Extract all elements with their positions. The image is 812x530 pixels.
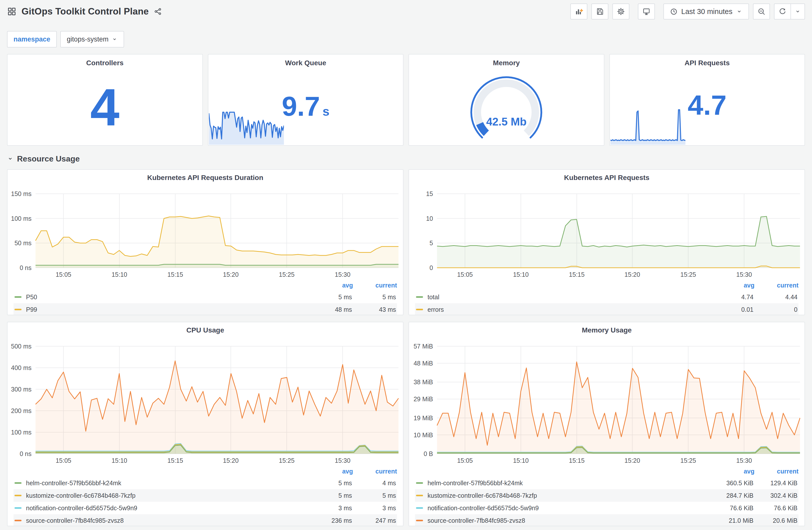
variable-label-namespace[interactable]: namespace (7, 31, 57, 47)
legend-sort-avg[interactable]: avg (717, 468, 754, 475)
series-label[interactable]: source-controller-7fb84fc985-zvsz8 (427, 517, 716, 524)
zoom-out-button[interactable] (753, 3, 770, 19)
memory-usage-chart[interactable]: 15:0515:1015:1515:2015:2515:3057 MiB48 M… (409, 336, 804, 466)
k8s-api-requests-chart[interactable]: 15:0515:1015:1515:2015:2515:30151050 (409, 184, 804, 280)
memory-gauge-value: 42.5 Mb (409, 116, 604, 128)
dashboard-grid-icon[interactable] (7, 7, 16, 16)
time-range-label: Last 30 minutes (681, 8, 733, 16)
clock-icon (670, 8, 678, 15)
series-label[interactable]: kustomize-controller-6c6784b468-7kzfp (427, 492, 716, 499)
series-marker (15, 507, 21, 509)
variable-value-dropdown[interactable]: gitops-system (60, 31, 124, 47)
series-avg: 5 ms (315, 480, 352, 487)
panel-title[interactable]: Kubernetes API Requests Duration (8, 170, 403, 184)
series-label[interactable]: kustomize-controller-6c6784b468-7kzfp (26, 492, 315, 499)
svg-text:15:25: 15:25 (279, 271, 295, 278)
panel-cpu-usage: CPU Usage 15:0515:1015:1515:2015:2515:30… (7, 322, 404, 526)
refresh-button[interactable] (774, 3, 791, 19)
chevron-down-icon (112, 36, 118, 42)
refresh-button-group (774, 3, 805, 19)
panel-memory-usage: Memory Usage 15:0515:1015:1515:2015:2515… (408, 322, 805, 526)
chevron-down-icon (795, 8, 801, 15)
series-label[interactable]: P99 (26, 306, 315, 313)
svg-text:400 ms: 400 ms (11, 364, 31, 371)
series-marker (15, 520, 21, 521)
series-current: 20.6 MiB (753, 517, 797, 524)
tv-mode-button[interactable] (638, 3, 655, 19)
series-label[interactable]: notification-controller-6d56575dc-5w9n9 (26, 504, 315, 512)
series-current: 76.6 KiB (753, 504, 797, 512)
add-panel-button[interactable] (570, 3, 588, 19)
panel-title[interactable]: API Requests (610, 55, 805, 67)
share-icon[interactable] (154, 8, 162, 15)
series-avg: 5 ms (315, 294, 352, 301)
legend-row: helm-controller-57f9b56bbf-k24mk 5 ms 4 … (14, 477, 397, 489)
svg-text:15:20: 15:20 (223, 271, 238, 278)
legend-row: P50 5 ms 5 ms (14, 291, 397, 303)
memory-gauge (454, 74, 559, 146)
svg-text:15:20: 15:20 (624, 271, 640, 278)
series-label[interactable]: helm-controller-57f9b56bbf-k24mk (427, 480, 716, 487)
series-marker (416, 507, 423, 509)
legend-sort-avg[interactable]: avg (316, 282, 353, 289)
legend-sort-current[interactable]: current (754, 282, 798, 289)
svg-text:15:10: 15:10 (513, 271, 529, 278)
legend-sort-current[interactable]: current (754, 468, 798, 475)
svg-text:150 ms: 150 ms (11, 190, 31, 197)
work-queue-unit: s (322, 104, 330, 118)
legend-sort-current[interactable]: current (353, 468, 397, 475)
panel-title[interactable]: Work Queue (208, 55, 403, 67)
svg-text:15:05: 15:05 (56, 457, 71, 464)
section-header-resource-usage[interactable]: Resource Usage (7, 153, 805, 164)
stats-row: Controllers 4 Work Queue 9.7s Memory 42.… (7, 54, 805, 146)
panel-k8s-api-requests: Kubernetes API Requests 15:0515:1015:151… (408, 169, 805, 315)
refresh-interval-dropdown[interactable] (791, 3, 805, 19)
legend-sort-avg[interactable]: avg (316, 468, 353, 475)
svg-text:10 MiB: 10 MiB (414, 431, 433, 439)
dashboard-title: GitOps Toolkit Control Plane (21, 6, 149, 17)
svg-text:15:20: 15:20 (223, 457, 238, 464)
cpu-usage-chart[interactable]: 15:0515:1015:1515:2015:2515:30500 ms400 … (8, 336, 403, 466)
panel-title[interactable]: Memory (409, 55, 604, 67)
series-label[interactable]: notification-controller-6d56575dc-5w9n9 (427, 504, 716, 512)
svg-text:15:05: 15:05 (56, 271, 71, 278)
variable-value: gitops-system (67, 35, 108, 43)
svg-text:15:30: 15:30 (335, 457, 350, 464)
panel-title[interactable]: Controllers (8, 55, 202, 67)
zoom-out-icon (757, 7, 766, 16)
series-marker (416, 309, 423, 310)
dashboard-settings-button[interactable] (612, 3, 629, 19)
series-marker (15, 482, 21, 484)
legend-row: total 4.74 4.44 (415, 291, 798, 303)
series-marker (15, 309, 21, 310)
panel-title[interactable]: Kubernetes API Requests (409, 170, 804, 184)
series-marker (15, 495, 21, 496)
legend-sort-avg[interactable]: avg (717, 282, 754, 289)
series-label[interactable]: total (427, 294, 716, 301)
series-label[interactable]: errors (427, 306, 716, 313)
series-avg: 4.74 (716, 294, 753, 301)
svg-text:15:25: 15:25 (279, 457, 295, 464)
series-marker (416, 495, 423, 496)
controllers-value: 4 (8, 81, 202, 133)
time-range-picker[interactable]: Last 30 minutes (663, 3, 749, 19)
svg-text:15:10: 15:10 (513, 457, 529, 464)
series-label[interactable]: helm-controller-57f9b56bbf-k24mk (26, 480, 315, 487)
legend-sort-current[interactable]: current (353, 282, 397, 289)
svg-text:15:10: 15:10 (112, 457, 127, 464)
series-label[interactable]: source-controller-7fb84fc985-zvsz8 (26, 517, 315, 524)
k8s-api-requests-duration-chart[interactable]: 15:0515:1015:1515:2015:2515:30150 ms100 … (8, 184, 403, 280)
svg-text:15:30: 15:30 (335, 271, 350, 278)
series-marker (416, 482, 423, 484)
panel-title[interactable]: Memory Usage (409, 322, 804, 336)
panel-title[interactable]: CPU Usage (8, 322, 403, 336)
svg-text:0 B: 0 B (423, 450, 433, 457)
section-title: Resource Usage (17, 154, 80, 163)
svg-text:15:30: 15:30 (736, 457, 752, 464)
save-dashboard-button[interactable] (591, 3, 608, 19)
stat-panel-work-queue: Work Queue 9.7s (208, 54, 404, 146)
series-label[interactable]: P50 (26, 294, 315, 301)
series-marker (416, 296, 423, 298)
svg-text:15:15: 15:15 (168, 271, 183, 278)
svg-text:38 MiB: 38 MiB (414, 379, 433, 385)
